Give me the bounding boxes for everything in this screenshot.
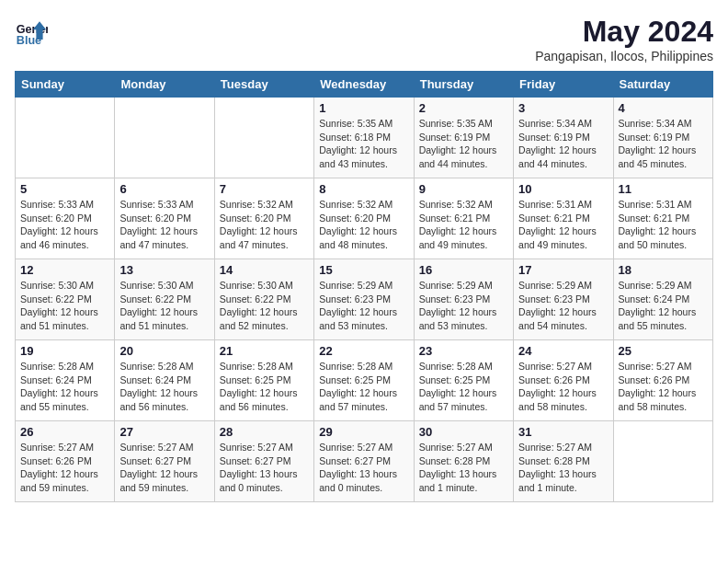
day-cell: 3Sunrise: 5:34 AMSunset: 6:19 PMDaylight… xyxy=(514,98,613,178)
day-number: 23 xyxy=(419,344,508,358)
day-info: Sunrise: 5:27 AMSunset: 6:28 PMDaylight:… xyxy=(518,441,608,495)
day-number: 10 xyxy=(518,182,608,196)
day-cell: 13Sunrise: 5:30 AMSunset: 6:22 PMDayligh… xyxy=(115,259,214,340)
day-number: 2 xyxy=(419,101,508,115)
day-cell: 10Sunrise: 5:31 AMSunset: 6:21 PMDayligh… xyxy=(514,178,613,259)
day-number: 3 xyxy=(518,101,608,115)
day-info: Sunrise: 5:27 AMSunset: 6:26 PMDaylight:… xyxy=(619,360,708,414)
day-number: 29 xyxy=(319,425,408,439)
day-cell: 23Sunrise: 5:28 AMSunset: 6:25 PMDayligh… xyxy=(414,340,513,421)
day-number: 13 xyxy=(119,263,209,277)
day-info: Sunrise: 5:35 AMSunset: 6:19 PMDaylight:… xyxy=(419,117,508,171)
day-cell: 6Sunrise: 5:33 AMSunset: 6:20 PMDaylight… xyxy=(115,178,214,259)
day-info: Sunrise: 5:27 AMSunset: 6:27 PMDaylight:… xyxy=(319,441,408,495)
title-block: May 2024 Pangapisan, Ilocos, Philippines xyxy=(535,15,713,63)
col-header-monday: Monday xyxy=(115,72,214,98)
day-info: Sunrise: 5:28 AMSunset: 6:24 PMDaylight:… xyxy=(20,360,109,414)
day-info: Sunrise: 5:33 AMSunset: 6:20 PMDaylight:… xyxy=(119,198,209,252)
day-cell: 9Sunrise: 5:32 AMSunset: 6:21 PMDaylight… xyxy=(414,178,513,259)
day-cell: 25Sunrise: 5:27 AMSunset: 6:26 PMDayligh… xyxy=(613,340,712,421)
day-cell: 7Sunrise: 5:32 AMSunset: 6:20 PMDaylight… xyxy=(214,178,313,259)
day-cell xyxy=(115,98,214,178)
day-number: 11 xyxy=(619,182,708,196)
day-number: 30 xyxy=(419,425,508,439)
day-info: Sunrise: 5:30 AMSunset: 6:22 PMDaylight:… xyxy=(119,279,209,333)
day-number: 22 xyxy=(319,344,408,358)
day-cell: 20Sunrise: 5:28 AMSunset: 6:24 PMDayligh… xyxy=(115,340,214,421)
day-info: Sunrise: 5:27 AMSunset: 6:28 PMDaylight:… xyxy=(419,441,508,495)
week-row-5: 26Sunrise: 5:27 AMSunset: 6:26 PMDayligh… xyxy=(16,421,713,502)
day-number: 26 xyxy=(20,425,109,439)
day-info: Sunrise: 5:28 AMSunset: 6:24 PMDaylight:… xyxy=(119,360,209,414)
day-number: 25 xyxy=(619,344,708,358)
day-info: Sunrise: 5:27 AMSunset: 6:27 PMDaylight:… xyxy=(119,441,209,495)
day-cell: 16Sunrise: 5:29 AMSunset: 6:23 PMDayligh… xyxy=(414,259,513,340)
day-cell: 4Sunrise: 5:34 AMSunset: 6:19 PMDaylight… xyxy=(613,98,712,178)
day-number: 17 xyxy=(518,263,608,277)
day-cell: 8Sunrise: 5:32 AMSunset: 6:20 PMDaylight… xyxy=(314,178,414,259)
page-header: General Blue May 2024 Pangapisan, Ilocos… xyxy=(15,15,713,63)
day-info: Sunrise: 5:32 AMSunset: 6:20 PMDaylight:… xyxy=(319,198,408,252)
day-info: Sunrise: 5:27 AMSunset: 6:26 PMDaylight:… xyxy=(518,360,608,414)
col-header-saturday: Saturday xyxy=(613,72,712,98)
day-cell: 2Sunrise: 5:35 AMSunset: 6:19 PMDaylight… xyxy=(414,98,513,178)
header-row: SundayMondayTuesdayWednesdayThursdayFrid… xyxy=(16,72,713,98)
day-number: 27 xyxy=(119,425,209,439)
day-cell xyxy=(214,98,313,178)
day-cell: 30Sunrise: 5:27 AMSunset: 6:28 PMDayligh… xyxy=(414,421,513,502)
day-number: 9 xyxy=(419,182,508,196)
week-row-1: 1Sunrise: 5:35 AMSunset: 6:18 PMDaylight… xyxy=(16,98,713,178)
week-row-4: 19Sunrise: 5:28 AMSunset: 6:24 PMDayligh… xyxy=(16,340,713,421)
day-info: Sunrise: 5:27 AMSunset: 6:27 PMDaylight:… xyxy=(220,441,309,495)
logo: General Blue xyxy=(15,15,48,48)
col-header-sunday: Sunday xyxy=(16,72,115,98)
day-number: 21 xyxy=(220,344,309,358)
day-cell: 14Sunrise: 5:30 AMSunset: 6:22 PMDayligh… xyxy=(214,259,313,340)
calendar-table: SundayMondayTuesdayWednesdayThursdayFrid… xyxy=(15,71,713,502)
day-cell: 15Sunrise: 5:29 AMSunset: 6:23 PMDayligh… xyxy=(314,259,414,340)
day-number: 18 xyxy=(619,263,708,277)
week-row-3: 12Sunrise: 5:30 AMSunset: 6:22 PMDayligh… xyxy=(16,259,713,340)
day-cell: 19Sunrise: 5:28 AMSunset: 6:24 PMDayligh… xyxy=(16,340,115,421)
day-number: 7 xyxy=(220,182,309,196)
day-number: 16 xyxy=(419,263,508,277)
col-header-thursday: Thursday xyxy=(414,72,513,98)
day-cell: 28Sunrise: 5:27 AMSunset: 6:27 PMDayligh… xyxy=(214,421,313,502)
day-info: Sunrise: 5:31 AMSunset: 6:21 PMDaylight:… xyxy=(518,198,608,252)
month-title: May 2024 xyxy=(535,15,713,49)
day-info: Sunrise: 5:34 AMSunset: 6:19 PMDaylight:… xyxy=(518,117,608,171)
day-number: 28 xyxy=(220,425,309,439)
day-cell: 22Sunrise: 5:28 AMSunset: 6:25 PMDayligh… xyxy=(314,340,414,421)
day-cell: 12Sunrise: 5:30 AMSunset: 6:22 PMDayligh… xyxy=(16,259,115,340)
day-info: Sunrise: 5:34 AMSunset: 6:19 PMDaylight:… xyxy=(619,117,708,171)
day-info: Sunrise: 5:31 AMSunset: 6:21 PMDaylight:… xyxy=(619,198,708,252)
day-number: 8 xyxy=(319,182,408,196)
day-cell xyxy=(613,421,712,502)
day-number: 5 xyxy=(20,182,109,196)
day-cell: 5Sunrise: 5:33 AMSunset: 6:20 PMDaylight… xyxy=(16,178,115,259)
day-number: 14 xyxy=(220,263,309,277)
day-cell: 26Sunrise: 5:27 AMSunset: 6:26 PMDayligh… xyxy=(16,421,115,502)
day-info: Sunrise: 5:28 AMSunset: 6:25 PMDaylight:… xyxy=(220,360,309,414)
day-cell: 29Sunrise: 5:27 AMSunset: 6:27 PMDayligh… xyxy=(314,421,414,502)
day-cell: 31Sunrise: 5:27 AMSunset: 6:28 PMDayligh… xyxy=(514,421,613,502)
day-cell: 1Sunrise: 5:35 AMSunset: 6:18 PMDaylight… xyxy=(314,98,414,178)
day-number: 31 xyxy=(518,425,608,439)
day-info: Sunrise: 5:29 AMSunset: 6:24 PMDaylight:… xyxy=(619,279,708,333)
day-cell: 11Sunrise: 5:31 AMSunset: 6:21 PMDayligh… xyxy=(613,178,712,259)
day-cell: 18Sunrise: 5:29 AMSunset: 6:24 PMDayligh… xyxy=(613,259,712,340)
day-number: 4 xyxy=(619,101,708,115)
day-cell: 21Sunrise: 5:28 AMSunset: 6:25 PMDayligh… xyxy=(214,340,313,421)
day-number: 1 xyxy=(319,101,408,115)
day-number: 12 xyxy=(20,263,109,277)
day-number: 20 xyxy=(119,344,209,358)
day-info: Sunrise: 5:29 AMSunset: 6:23 PMDaylight:… xyxy=(518,279,608,333)
day-cell: 27Sunrise: 5:27 AMSunset: 6:27 PMDayligh… xyxy=(115,421,214,502)
day-info: Sunrise: 5:35 AMSunset: 6:18 PMDaylight:… xyxy=(319,117,408,171)
day-cell xyxy=(16,98,115,178)
day-cell: 17Sunrise: 5:29 AMSunset: 6:23 PMDayligh… xyxy=(514,259,613,340)
day-number: 24 xyxy=(518,344,608,358)
day-number: 6 xyxy=(119,182,209,196)
day-info: Sunrise: 5:28 AMSunset: 6:25 PMDaylight:… xyxy=(319,360,408,414)
day-info: Sunrise: 5:33 AMSunset: 6:20 PMDaylight:… xyxy=(20,198,109,252)
